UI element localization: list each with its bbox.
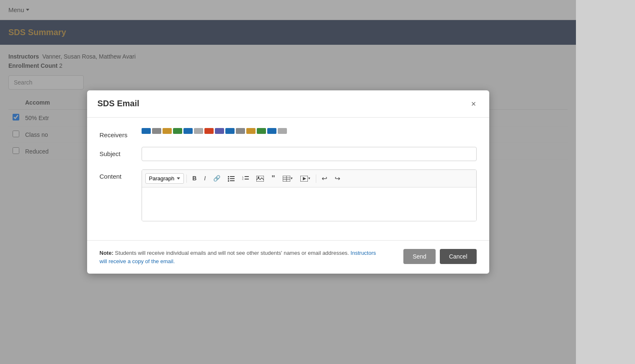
receiver-tag <box>163 128 172 134</box>
cancel-button[interactable]: Cancel <box>440 249 477 264</box>
toolbar-separator <box>186 174 187 183</box>
editor-content[interactable] <box>142 187 476 221</box>
receivers-field <box>142 128 477 134</box>
editor-toolbar: Paragraph B I 🔗 <box>142 170 476 188</box>
content-label: Content <box>100 169 142 180</box>
modal-footer: Note: Students will receive individual e… <box>87 240 489 274</box>
receiver-tag <box>257 128 266 134</box>
receiver-tag <box>173 128 182 134</box>
receivers-label: Receivers <box>100 128 142 138</box>
svg-text:2.: 2. <box>242 178 244 180</box>
receiver-tag <box>194 128 203 134</box>
media-caret-icon: ▾ <box>308 176 310 181</box>
media-button[interactable]: ▾ <box>297 174 313 183</box>
receiver-tag <box>278 128 287 134</box>
subject-row: Subject <box>100 147 477 161</box>
paragraph-caret-icon <box>177 177 180 179</box>
editor-wrapper: Paragraph B I 🔗 <box>142 169 477 222</box>
footer-buttons: Send Cancel <box>403 249 476 264</box>
subject-field <box>142 147 477 161</box>
svg-rect-1 <box>230 176 235 177</box>
svg-rect-2 <box>228 178 229 179</box>
receiver-tag <box>183 128 193 134</box>
note-body: Students will receive individual emails … <box>115 250 351 256</box>
ordered-list-button[interactable]: 1. 2. <box>239 174 252 183</box>
receivers-row: Receivers <box>100 128 477 138</box>
svg-rect-4 <box>228 180 229 182</box>
table-caret-icon: ▾ <box>291 176 293 181</box>
note-prefix: Note: <box>100 250 114 256</box>
note-text: Note: Students will receive individual e… <box>100 249 385 265</box>
paragraph-label: Paragraph <box>149 175 175 182</box>
svg-rect-5 <box>230 180 235 181</box>
receiver-tag <box>236 128 245 134</box>
svg-rect-3 <box>230 178 235 179</box>
receiver-tag <box>246 128 256 134</box>
sds-email-modal: SDS Email × Receivers <box>87 90 489 274</box>
svg-rect-0 <box>228 176 229 177</box>
ul-icon <box>228 176 235 182</box>
modal-close-button[interactable]: × <box>469 99 479 109</box>
receivers-tags <box>142 128 477 134</box>
receiver-tag <box>142 128 151 134</box>
receiver-tag <box>267 128 276 134</box>
image-icon <box>256 176 264 182</box>
subject-label: Subject <box>100 147 142 157</box>
send-button[interactable]: Send <box>403 249 436 264</box>
toolbar-separator-2 <box>316 174 316 183</box>
unordered-list-button[interactable] <box>225 174 237 183</box>
modal-header: SDS Email × <box>87 90 489 118</box>
table-button[interactable]: ▾ <box>280 174 296 183</box>
bold-button[interactable]: B <box>189 173 199 184</box>
receiver-tag <box>152 128 161 134</box>
svg-rect-7 <box>245 176 249 177</box>
svg-marker-17 <box>303 177 306 180</box>
image-button[interactable] <box>253 174 267 183</box>
undo-button[interactable]: ↩ <box>319 173 330 184</box>
ol-icon: 1. 2. <box>242 176 249 182</box>
link-button[interactable]: 🔗 <box>210 173 223 184</box>
content-field: Paragraph B I 🔗 <box>142 169 477 222</box>
modal-title: SDS Email <box>98 99 139 108</box>
content-row: Content Paragraph B <box>100 169 477 222</box>
blockquote-button[interactable]: " <box>268 172 278 185</box>
subject-input[interactable] <box>142 147 477 161</box>
media-icon <box>300 176 308 182</box>
italic-button[interactable]: I <box>201 173 209 184</box>
redo-button[interactable]: ↪ <box>332 173 343 184</box>
receiver-tag <box>225 128 235 134</box>
modal-overlay: SDS Email × Receivers <box>0 0 576 364</box>
table-icon <box>283 176 290 182</box>
paragraph-select[interactable]: Paragraph <box>145 173 184 184</box>
receiver-tag <box>215 128 224 134</box>
modal-body: Receivers <box>87 118 489 241</box>
svg-rect-9 <box>245 179 249 179</box>
receiver-tag <box>204 128 214 134</box>
